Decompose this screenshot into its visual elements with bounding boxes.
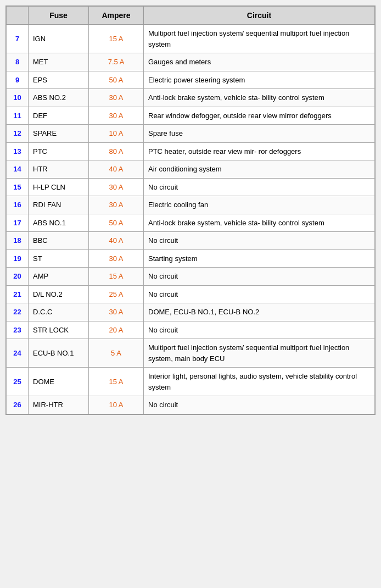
fuse-ampere: 30 A bbox=[89, 178, 144, 196]
table-row: 13PTC80 APTC heater, outside rear view m… bbox=[7, 142, 375, 160]
header-fuse: Fuse bbox=[29, 7, 89, 25]
table-row: 21D/L NO.225 ANo circuit bbox=[7, 285, 375, 303]
table-row: 25DOME15 AInterior light, personal light… bbox=[7, 368, 375, 396]
fuse-number: 26 bbox=[7, 396, 29, 414]
fuse-name: D/L NO.2 bbox=[29, 285, 89, 303]
fuse-number: 22 bbox=[7, 303, 29, 321]
table-row: 20AMP15 ANo circuit bbox=[7, 268, 375, 286]
table-row: 12SPARE10 ASpare fuse bbox=[7, 125, 375, 143]
fuse-ampere: 30 A bbox=[89, 107, 144, 125]
fuse-ampere: 80 A bbox=[89, 142, 144, 160]
fuse-name: STR LOCK bbox=[29, 321, 89, 339]
table-row: 14HTR40 AAir conditioning system bbox=[7, 160, 375, 179]
fuse-circuit: Anti-lock brake system, vehicle sta- bil… bbox=[144, 214, 375, 232]
fuse-circuit: No circuit bbox=[144, 396, 375, 414]
fuse-ampere: 10 A bbox=[89, 396, 144, 414]
fuse-name: MET bbox=[29, 53, 89, 71]
fuse-number: 9 bbox=[7, 71, 29, 89]
fuse-name: DOME bbox=[29, 368, 89, 396]
fuse-ampere: 40 A bbox=[89, 232, 144, 250]
fuse-ampere: 50 A bbox=[89, 214, 144, 232]
table-row: 16RDI FAN30 AElectric cooling fan bbox=[7, 196, 375, 214]
table-row: 8MET7.5 AGauges and meters bbox=[7, 53, 375, 71]
fuse-circuit: No circuit bbox=[144, 268, 375, 286]
fuse-ampere: 30 A bbox=[89, 249, 144, 268]
table-header-row: Fuse Ampere Circuit bbox=[7, 7, 375, 25]
fuse-ampere: 40 A bbox=[89, 160, 144, 179]
fuse-name: IGN bbox=[29, 25, 89, 53]
fuse-number: 23 bbox=[7, 321, 29, 339]
fuse-circuit: Rear window defogger, outside rear view … bbox=[144, 107, 375, 125]
fuse-circuit: Anti-lock brake system, vehicle sta- bil… bbox=[144, 89, 375, 107]
fuse-circuit: DOME, ECU-B NO.1, ECU-B NO.2 bbox=[144, 303, 375, 321]
fuse-ampere: 30 A bbox=[89, 196, 144, 214]
table-row: 10ABS NO.230 AAnti-lock brake system, ve… bbox=[7, 89, 375, 107]
table-row: 19ST30 AStarting system bbox=[7, 249, 375, 268]
fuse-name: ST bbox=[29, 249, 89, 268]
table-row: 24ECU-B NO.15 AMultiport fuel injection … bbox=[7, 339, 375, 368]
fuse-number: 13 bbox=[7, 142, 29, 160]
table-row: 22D.C.C30 ADOME, ECU-B NO.1, ECU-B NO.2 bbox=[7, 303, 375, 321]
table-row: 26MIR-HTR10 ANo circuit bbox=[7, 396, 375, 414]
fuse-name: SPARE bbox=[29, 125, 89, 143]
fuse-ampere: 15 A bbox=[89, 268, 144, 286]
table-row: 15H-LP CLN30 ANo circuit bbox=[7, 178, 375, 196]
fuse-name: ABS NO.2 bbox=[29, 89, 89, 107]
fuse-circuit: Air conditioning system bbox=[144, 160, 375, 179]
fuse-name: MIR-HTR bbox=[29, 396, 89, 414]
fuse-name: AMP bbox=[29, 268, 89, 286]
fuse-number: 12 bbox=[7, 125, 29, 143]
fuse-number: 7 bbox=[7, 25, 29, 53]
table-row: 18BBC40 ANo circuit bbox=[7, 232, 375, 250]
fuse-circuit: Spare fuse bbox=[144, 125, 375, 143]
fuse-circuit: No circuit bbox=[144, 285, 375, 303]
fuse-number: 21 bbox=[7, 285, 29, 303]
fuse-number: 19 bbox=[7, 249, 29, 268]
fuse-ampere: 10 A bbox=[89, 125, 144, 143]
table-row: 9EPS50 AElectric power steering system bbox=[7, 71, 375, 89]
fuse-name: ECU-B NO.1 bbox=[29, 339, 89, 368]
fuse-name: EPS bbox=[29, 71, 89, 89]
fuse-name: DEF bbox=[29, 107, 89, 125]
fuse-ampere: 15 A bbox=[89, 25, 144, 53]
fuse-circuit: Electric cooling fan bbox=[144, 196, 375, 214]
fuse-number: 17 bbox=[7, 214, 29, 232]
fuse-circuit: Multiport fuel injection system/ sequent… bbox=[144, 339, 375, 368]
header-ampere: Ampere bbox=[89, 7, 144, 25]
fuse-ampere: 7.5 A bbox=[89, 53, 144, 71]
fuse-number: 11 bbox=[7, 107, 29, 125]
table-row: 23STR LOCK20 ANo circuit bbox=[7, 321, 375, 339]
fuse-number: 20 bbox=[7, 268, 29, 286]
table-row: 17ABS NO.150 AAnti-lock brake system, ve… bbox=[7, 214, 375, 232]
fuse-circuit: Interior light, personal lights, audio s… bbox=[144, 368, 375, 396]
fuse-ampere: 15 A bbox=[89, 368, 144, 396]
fuse-ampere: 50 A bbox=[89, 71, 144, 89]
fuse-name: H-LP CLN bbox=[29, 178, 89, 196]
fuse-number: 24 bbox=[7, 339, 29, 368]
fuse-number: 18 bbox=[7, 232, 29, 250]
fuse-name: D.C.C bbox=[29, 303, 89, 321]
fuse-number: 8 bbox=[7, 53, 29, 71]
fuse-table: Fuse Ampere Circuit 7IGN15 AMultiport fu… bbox=[6, 6, 375, 414]
fuse-name: RDI FAN bbox=[29, 196, 89, 214]
fuse-circuit: Multiport fuel injection system/ sequent… bbox=[144, 25, 375, 53]
table-row: 11DEF30 ARear window defogger, outside r… bbox=[7, 107, 375, 125]
fuse-name: HTR bbox=[29, 160, 89, 179]
fuse-number: 15 bbox=[7, 178, 29, 196]
fuse-name: BBC bbox=[29, 232, 89, 250]
fuse-ampere: 5 A bbox=[89, 339, 144, 368]
fuse-name: PTC bbox=[29, 142, 89, 160]
fuse-ampere: 20 A bbox=[89, 321, 144, 339]
header-circuit: Circuit bbox=[144, 7, 375, 25]
fuse-circuit: No circuit bbox=[144, 178, 375, 196]
table-row: 7IGN15 AMultiport fuel injection system/… bbox=[7, 25, 375, 53]
fuse-number: 16 bbox=[7, 196, 29, 214]
fuse-name: ABS NO.1 bbox=[29, 214, 89, 232]
fuse-circuit: No circuit bbox=[144, 321, 375, 339]
fuse-ampere: 30 A bbox=[89, 303, 144, 321]
fuse-circuit: Gauges and meters bbox=[144, 53, 375, 71]
fuse-table-container: Fuse Ampere Circuit 7IGN15 AMultiport fu… bbox=[5, 5, 376, 415]
fuse-number: 25 bbox=[7, 368, 29, 396]
fuse-ampere: 30 A bbox=[89, 89, 144, 107]
header-num bbox=[7, 7, 29, 25]
